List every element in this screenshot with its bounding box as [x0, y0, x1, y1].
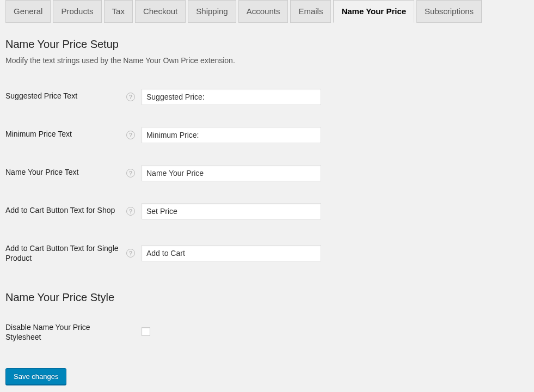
addtocart-shop-label: Add to Cart Button Text for Shop	[5, 192, 125, 230]
tab-general[interactable]: General	[5, 0, 51, 23]
setup-fields-table: Suggested Price Text ? Minimum Price Tex…	[5, 78, 529, 276]
tab-shipping[interactable]: Shipping	[188, 0, 236, 23]
help-icon[interactable]: ?	[126, 207, 135, 216]
help-icon[interactable]: ?	[126, 131, 135, 139]
disable-stylesheet-label: Disable Name Your Price Stylesheet	[5, 309, 125, 355]
tab-name-your-price[interactable]: Name Your Price	[333, 0, 414, 23]
section-style-title: Name Your Price Style	[5, 291, 529, 304]
minimum-price-input[interactable]	[142, 127, 321, 143]
nyp-text-label: Name Your Price Text	[5, 154, 125, 192]
addtocart-single-label: Add to Cart Button Text for Single Produ…	[5, 230, 125, 276]
help-icon[interactable]: ?	[126, 169, 135, 177]
settings-tabs: General Products Tax Checkout Shipping A…	[5, 0, 529, 23]
addtocart-shop-input[interactable]	[142, 203, 321, 219]
tab-tax[interactable]: Tax	[104, 0, 133, 23]
tab-subscriptions[interactable]: Subscriptions	[416, 0, 482, 23]
tab-accounts[interactable]: Accounts	[238, 0, 289, 23]
help-icon[interactable]: ?	[126, 93, 135, 101]
minimum-price-label: Minimum Price Text	[5, 116, 125, 154]
suggested-price-input[interactable]	[142, 89, 321, 105]
tab-emails[interactable]: Emails	[290, 0, 331, 23]
tab-checkout[interactable]: Checkout	[135, 0, 186, 23]
help-icon[interactable]: ?	[126, 249, 135, 258]
suggested-price-label: Suggested Price Text	[5, 78, 125, 116]
section-setup-desc: Modify the text strings used by the Name…	[5, 56, 529, 65]
style-fields-table: Disable Name Your Price Stylesheet	[5, 309, 529, 355]
tab-products[interactable]: Products	[53, 0, 101, 23]
disable-stylesheet-checkbox[interactable]	[142, 327, 150, 336]
section-setup-title: Name Your Price Setup	[5, 38, 529, 51]
nyp-text-input[interactable]	[142, 165, 321, 181]
addtocart-single-input[interactable]	[142, 245, 321, 261]
save-changes-button[interactable]: Save changes	[5, 368, 66, 385]
